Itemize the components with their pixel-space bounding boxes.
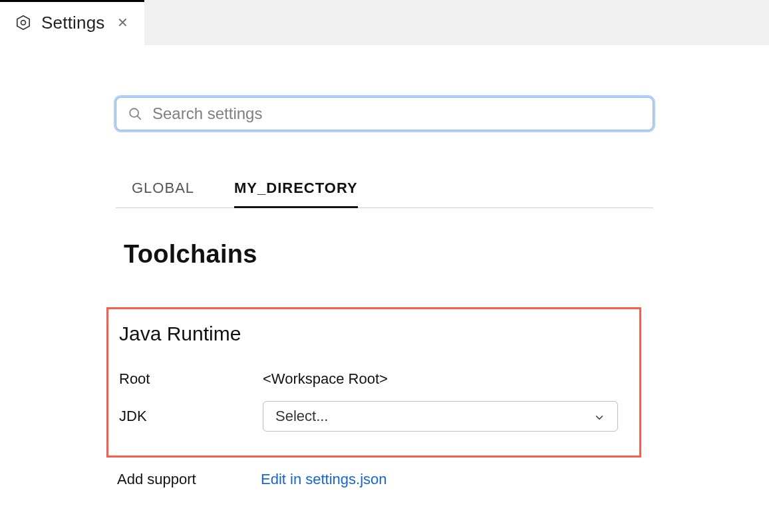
row-jdk: JDK Select... xyxy=(119,394,629,438)
group-title: Java Runtime xyxy=(119,323,629,345)
row-add-support: Add support Edit in settings.json xyxy=(116,471,653,488)
root-label: Root xyxy=(119,370,263,388)
add-support-label: Add support xyxy=(117,471,261,488)
editor-tabbar: Settings ✕ xyxy=(0,0,769,45)
search-wrap xyxy=(116,97,653,130)
search-input[interactable] xyxy=(116,97,653,130)
java-runtime-group: Java Runtime Root <Workspace Root> JDK S… xyxy=(106,307,641,458)
row-root: Root <Workspace Root> xyxy=(119,364,629,394)
jdk-label: JDK xyxy=(119,408,263,425)
jdk-select-value: Select... xyxy=(275,408,328,425)
svg-line-3 xyxy=(138,116,141,120)
root-value: <Workspace Root> xyxy=(263,370,388,388)
settings-icon xyxy=(15,14,32,31)
tab-settings[interactable]: Settings ✕ xyxy=(0,0,144,45)
svg-point-1 xyxy=(21,21,26,25)
section-title: Toolchains xyxy=(116,240,653,269)
svg-marker-0 xyxy=(17,16,29,30)
scope-tab-my-directory[interactable]: MY_DIRECTORY xyxy=(234,176,358,207)
jdk-select[interactable]: Select... xyxy=(263,401,618,432)
scope-tabs: GLOBAL MY_DIRECTORY xyxy=(116,176,653,208)
settings-pane: GLOBAL MY_DIRECTORY Toolchains Java Runt… xyxy=(0,97,769,488)
close-icon[interactable]: ✕ xyxy=(114,13,131,32)
search-icon xyxy=(128,106,142,121)
tab-title: Settings xyxy=(41,13,105,33)
edit-settings-link[interactable]: Edit in settings.json xyxy=(261,471,387,488)
scope-tab-global[interactable]: GLOBAL xyxy=(132,176,194,207)
chevron-down-icon xyxy=(593,410,605,422)
